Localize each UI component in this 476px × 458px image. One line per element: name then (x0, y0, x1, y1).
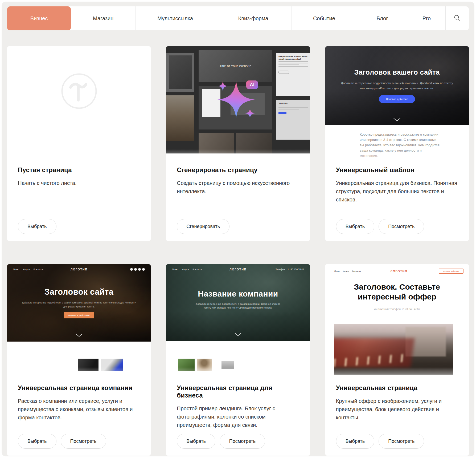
preview-thumbnail (78, 359, 99, 371)
view-button[interactable]: Посмотреть (220, 434, 265, 449)
template-grid: Пустая страница Начать с чистого листа. … (7, 46, 469, 456)
tab-shop[interactable]: Магазин (71, 6, 136, 30)
collage-about-tile: About us (276, 100, 310, 140)
collage-hero-tile: Title of Your Website (199, 50, 272, 82)
collage-photo-tile (166, 53, 194, 92)
collage-people-tile (199, 133, 234, 153)
ai-sparkle-small-icon (218, 81, 228, 91)
preview-hero-title: Заголовок вашего сайта (325, 46, 469, 76)
ai-sparkle-small-icon (245, 108, 255, 119)
collage-people-tile (236, 133, 272, 153)
preview-cta-button: Целевое действие (379, 95, 415, 103)
view-button[interactable]: Посмотреть (61, 434, 106, 449)
preview-nav-links: О нас Услуги Контакты (172, 268, 202, 271)
generate-button[interactable]: Сгенерировать (177, 219, 229, 234)
preview-thumbnail (197, 359, 212, 371)
template-card-blank-page: Пустая страница Начать с чистого листа. … (7, 46, 151, 241)
preview-cta-button: ПРИЗЫВ К ДЕЙСТВИЮ (64, 312, 94, 318)
template-card-offer-page: О нас Услуги Контакты ЛОГОТИП целевое де… (325, 264, 469, 456)
preview-body-text: Коротко представьтесь и расскажите о ком… (325, 125, 440, 159)
business-page-preview: О нас Услуги Контакты ЛОГОТИП Телефон: +… (166, 264, 310, 384)
preview-phone: Телефон: +1 123 456 78 44 (276, 268, 304, 271)
select-button[interactable]: Выбрать (18, 434, 56, 449)
preview-hero-subtitle: Добавьте интересные подробности о вашей … (194, 302, 282, 310)
card-description: Начать с чистого листа. (18, 179, 140, 187)
template-picker-page: Бизнес Магазин Мультиссылка Квиз-форма С… (2, 2, 474, 456)
card-title: Универсальная страница (336, 384, 458, 392)
view-button[interactable]: Посмотреть (379, 434, 424, 449)
tab-business[interactable]: Бизнес (7, 6, 71, 30)
template-card-company-page: О нас Услуги Контакты ЛОГОТИП Заголовок (7, 264, 151, 456)
chevron-down-icon (393, 117, 400, 122)
card-title: Пустая страница (18, 166, 140, 174)
telegram-icon (142, 268, 145, 271)
preview-hero-subtitle: Добавьте интересные подробности о вашей … (338, 81, 456, 91)
preview-logo: ЛОГОТИП (71, 268, 88, 271)
preview-thumbnail (178, 359, 195, 371)
card-description: Создать страницу с помощью искусственног… (177, 179, 299, 196)
tilda-logo-icon (60, 72, 98, 111)
collage-sofa-tile (166, 95, 194, 141)
card-description: Простой пример лендинга. Блок услуг с фо… (177, 404, 299, 429)
preview-logo: ЛОГОТИП (229, 268, 247, 271)
card-description: Рассказ о компании или сервисе, услуги и… (18, 397, 140, 422)
company-page-preview: О нас Услуги Контакты ЛОГОТИП Заголовок (7, 264, 151, 384)
category-tabs: Бизнес Магазин Мультиссылка Квиз-форма С… (7, 6, 469, 30)
template-card-generate-ai: Title of Your Website Get your house in … (166, 46, 310, 241)
preview-nav-links: О нас Услуги Контакты (13, 268, 43, 271)
card-description: Крупный оффер с изображением, услуги и п… (336, 397, 458, 422)
search-icon (454, 14, 461, 23)
select-button[interactable]: Выбрать (177, 434, 215, 449)
twitter-icon (134, 268, 137, 271)
preview-cta-button: целевое действие (439, 269, 463, 274)
universal-template-preview: Заголовок вашего сайта Добавьте интересн… (325, 46, 469, 166)
ai-badge: AI (246, 80, 258, 89)
card-title: Универсальный шаблон (336, 166, 458, 174)
template-card-universal-template: Заголовок вашего сайта Добавьте интересн… (325, 46, 469, 241)
preview-logo: ЛОГОТИП (390, 270, 407, 273)
card-title: Сгенерировать страницу (177, 166, 299, 174)
select-button[interactable]: Выбрать (336, 434, 375, 449)
chevron-down-icon (235, 332, 241, 337)
preview-street-photo (334, 324, 453, 375)
card-description: Универсальная страница для бизнеса. Поня… (336, 179, 458, 204)
tab-blog[interactable]: Блог (357, 6, 408, 30)
blank-page-preview (7, 46, 151, 166)
tab-event[interactable]: Событие (292, 6, 356, 30)
facebook-icon (130, 268, 133, 271)
search-button[interactable] (445, 6, 469, 30)
preview-hero-subtitle: Добавьте интересные подробности о вашей … (22, 301, 136, 309)
preview-thumbnail (101, 359, 123, 371)
linkedin-icon (138, 268, 141, 271)
social-icons (130, 268, 145, 271)
view-button[interactable]: Посмотреть (379, 219, 424, 234)
collage-service-tile: Get your house in order with a smart cle… (276, 53, 310, 96)
select-button[interactable]: Выбрать (18, 219, 56, 234)
tab-pro[interactable]: Pro (408, 6, 445, 30)
preview-thumbnail (221, 361, 234, 369)
tab-multilink[interactable]: Мультиссылка (136, 6, 215, 30)
offer-page-preview: О нас Услуги Контакты ЛОГОТИП целевое де… (325, 264, 469, 384)
chevron-down-icon (76, 333, 83, 338)
card-title: Универсальная страница для бизнеса (177, 384, 299, 399)
preview-nav-links: О нас Услуги Контакты (334, 270, 361, 272)
ai-collage-preview: Title of Your Website Get your house in … (166, 46, 310, 166)
tab-quiz-form[interactable]: Квиз-форма (215, 6, 292, 30)
preview-phone: контактный телефон +123 345 4667 (325, 307, 469, 311)
card-title: Универсальная страница компании (18, 384, 140, 392)
select-button[interactable]: Выбрать (336, 219, 375, 234)
template-card-business-page: О нас Услуги Контакты ЛОГОТИП Телефон: +… (166, 264, 310, 456)
